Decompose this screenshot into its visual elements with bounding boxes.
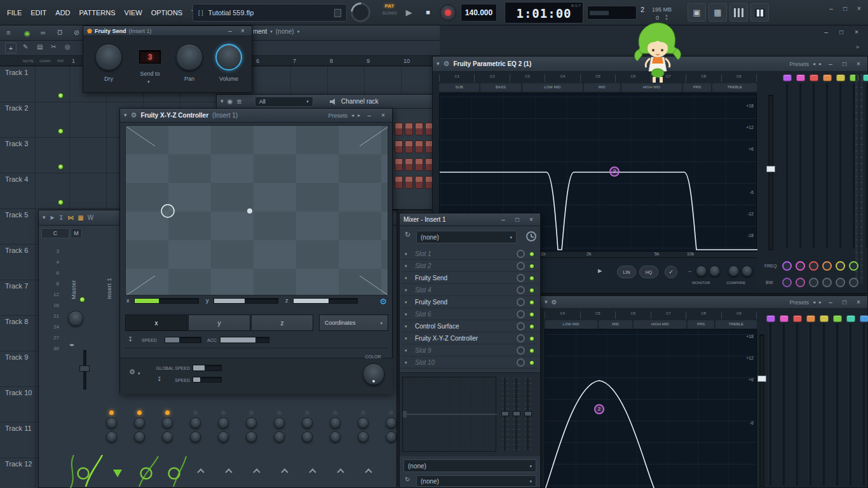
band5-slider-cap[interactable]	[836, 74, 845, 81]
strip-knob[interactable]	[246, 431, 257, 442]
step-cell[interactable]	[415, 123, 423, 135]
lin-button[interactable]: LIN	[617, 266, 636, 278]
speed2-slider[interactable]	[193, 377, 222, 383]
band-slider-track[interactable]	[799, 83, 801, 248]
band-slider-track[interactable]	[796, 323, 798, 485]
slot-enable-led[interactable]	[529, 288, 534, 293]
arm-led[interactable]	[193, 410, 198, 415]
dry-knob[interactable]	[95, 44, 122, 71]
track-name[interactable]: Track 1	[5, 69, 28, 76]
play-button[interactable]: ▶	[400, 3, 417, 22]
arrangement-value[interactable]: (none)	[276, 28, 294, 35]
arm-led[interactable]	[333, 410, 337, 415]
eq1-maximize-button[interactable]: □	[839, 61, 850, 67]
chevron-down-icon[interactable]: ▾	[405, 360, 407, 365]
slot-enable-led[interactable]	[529, 264, 534, 269]
slot-enable-led[interactable]	[529, 324, 534, 329]
gear-icon[interactable]: ⚙	[444, 60, 450, 67]
eq2-presets[interactable]: Presets	[789, 299, 809, 306]
slot-mix-knob[interactable]	[517, 322, 525, 330]
xyz-close-button[interactable]: ×	[378, 112, 388, 119]
band-slider-track[interactable]	[850, 323, 851, 485]
insert-bottom-dropdown[interactable]: (none) ▾	[403, 459, 536, 472]
slot-mix-knob[interactable]	[517, 274, 525, 282]
band5-slider-cap[interactable]	[820, 315, 829, 322]
fx-slot-1[interactable]: ▾ Slot 1	[401, 248, 539, 260]
band3-slider-cap[interactable]	[793, 315, 802, 322]
band4-slider-cap[interactable]	[823, 74, 832, 81]
arm-led[interactable]	[277, 410, 281, 415]
route-up-icon[interactable]	[281, 468, 288, 475]
menu-view[interactable]: VIEW	[120, 9, 147, 17]
eq2-display[interactable]: 2 +18 +12 +6 -6	[545, 329, 757, 488]
envelope-handle[interactable]	[403, 411, 407, 417]
fx-slot-9[interactable]: ▾ Slot 9	[401, 344, 539, 356]
band-slider-track[interactable]	[770, 323, 771, 485]
eq1-gain-slider-handle[interactable]	[766, 166, 775, 172]
route-up-icon[interactable]	[225, 468, 232, 475]
eq1-gain-slider-track[interactable]	[768, 95, 773, 250]
slot-enable-led[interactable]	[529, 348, 534, 353]
arm-led[interactable]	[305, 410, 309, 415]
band6-bw-knob[interactable]	[849, 278, 858, 287]
insert-bottom-dropdown-2[interactable]: (none) ▾	[416, 475, 536, 487]
track-name[interactable]: Track 4	[5, 175, 28, 183]
chevron-down-icon[interactable]: ▾	[405, 348, 407, 353]
bypass-icon[interactable]: ↻	[405, 477, 410, 483]
mini-fader-handle[interactable]	[513, 411, 520, 416]
strip-knob[interactable]	[162, 431, 173, 442]
envelope-editor[interactable]	[402, 377, 496, 452]
slot-enable-led[interactable]	[529, 336, 534, 341]
chevron-down-icon[interactable]: ▾	[405, 288, 407, 292]
fx-slot-5[interactable]: ▾ Fruity Send	[401, 296, 539, 308]
gear-icon[interactable]: ⚙	[131, 112, 137, 119]
apply-check-button[interactable]: ✓	[665, 266, 677, 278]
fruity-send-titlebar[interactable]: Fruity Send (Insert 1) – ×	[83, 26, 252, 36]
fx-slot-4[interactable]: ▾ Slot 4	[401, 284, 539, 296]
eq2-gain-slider-track[interactable]	[759, 334, 764, 487]
strip-knob[interactable]	[330, 417, 341, 428]
xyz-minimize-button[interactable]: –	[364, 112, 374, 119]
mini-fader[interactable]	[513, 378, 520, 451]
strip-knob[interactable]	[386, 431, 397, 442]
eq1-minimize-button[interactable]: –	[825, 61, 836, 67]
arm-led[interactable]	[137, 410, 142, 415]
chevron-down-icon[interactable]: ▾	[138, 371, 140, 376]
arm-led[interactable]	[165, 410, 170, 415]
insert-minimize-button[interactable]: –	[498, 217, 508, 223]
band-slider-track[interactable]	[839, 83, 841, 248]
scroll-right-icon[interactable]: »	[856, 44, 859, 50]
step-cell[interactable]	[415, 176, 423, 189]
piano-roll-button[interactable]	[750, 3, 769, 22]
strip-knob[interactable]	[190, 431, 201, 442]
band1-slider-cap[interactable]	[766, 315, 775, 322]
insert-top-dropdown[interactable]: (none) ▾	[416, 231, 517, 243]
mixer-panel-button[interactable]	[729, 3, 748, 22]
step-cell[interactable]	[395, 140, 403, 153]
zoom-tool-icon[interactable]: ◎	[65, 44, 71, 50]
insert-close-button[interactable]: ×	[526, 217, 536, 223]
tab-x[interactable]: x	[125, 315, 187, 331]
menu-patterns[interactable]: PATTERNS	[75, 9, 120, 17]
fx-slot-6[interactable]: ▾ Slot 6	[401, 308, 539, 320]
xyz-titlebar[interactable]: ▾ ⚙ Fruity X-Y-Z Controller (Insert 1) P…	[120, 109, 392, 123]
band-slider-track[interactable]	[813, 83, 815, 248]
clock-icon[interactable]	[526, 231, 536, 241]
chevron-down-icon[interactable]: ▾	[124, 112, 127, 118]
band-slider-track[interactable]	[786, 83, 788, 248]
track-name[interactable]: Track 10	[5, 389, 32, 396]
slot-mix-knob[interactable]	[517, 286, 525, 294]
chevron-down-icon[interactable]: ▾	[405, 324, 407, 329]
band3-bw-knob[interactable]	[809, 278, 818, 287]
track-name[interactable]: Track 6	[5, 247, 28, 254]
chevron-down-icon[interactable]: ▾	[545, 299, 548, 305]
input-icon[interactable]: ↧	[128, 336, 133, 342]
tab-z[interactable]: z	[251, 315, 313, 331]
slot-mix-knob[interactable]	[517, 250, 525, 258]
track-name[interactable]: Track 2	[5, 104, 28, 112]
target-icon[interactable]: ◉	[227, 98, 233, 105]
playlist-maximize-button[interactable]: □	[836, 29, 846, 36]
strip-knob[interactable]	[330, 431, 341, 442]
strip-knob[interactable]	[106, 417, 117, 428]
link-icon[interactable]: ◉	[24, 29, 31, 37]
